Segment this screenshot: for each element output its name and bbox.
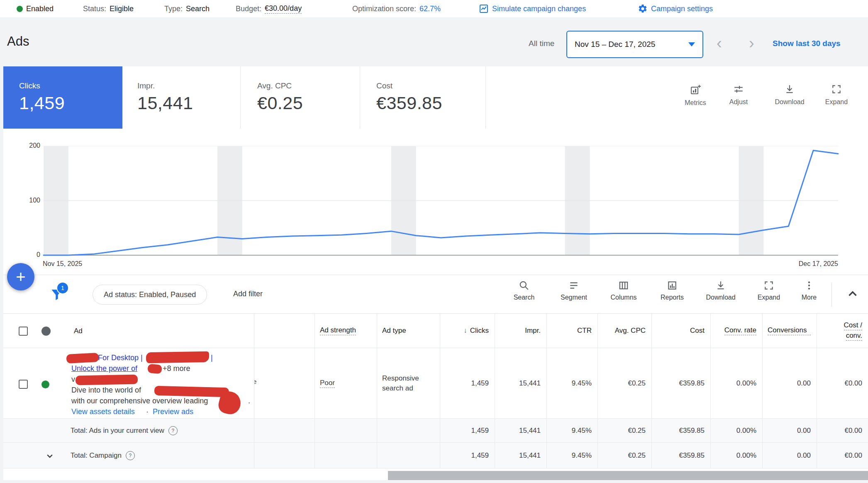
scorecard-value: €359.85: [376, 93, 485, 113]
column-header-conversions[interactable]: Conversions: [762, 314, 817, 348]
columns-icon: [618, 280, 629, 291]
expand-corners-icon: [831, 84, 842, 95]
reports-button[interactable]: Reports: [652, 280, 692, 301]
campaign-status-bar: Enabled Status: Eligible Type: Search Bu…: [0, 0, 868, 17]
previous-period-chevron-icon[interactable]: ‹: [717, 35, 722, 51]
status-label: Status:: [83, 5, 106, 13]
metrics-button[interactable]: Metrics: [676, 84, 714, 107]
add-ad-fab-button[interactable]: +: [7, 263, 34, 290]
impr-cell: 15,441: [495, 348, 546, 418]
total-label-cell: Total: Ads in your current view ?: [3, 419, 254, 442]
total-campaign-row: Total: Campaign ? 1,459 15,441 9.45% €0.…: [3, 443, 868, 468]
campaign-enabled-status[interactable]: Enabled: [17, 0, 54, 17]
scorecard-value: €0.25: [257, 93, 360, 113]
collapse-table-chevron-icon[interactable]: [846, 287, 860, 302]
google-ads-ads-page: Enabled Status: Eligible Type: Search Bu…: [0, 0, 868, 483]
ad-headline-pipe: |: [211, 352, 213, 363]
row-checkbox[interactable]: [19, 380, 28, 389]
search-table-button[interactable]: Search: [504, 280, 544, 301]
conv-rate-cell: 0.00%: [710, 348, 762, 418]
filter-count-badge: 1: [56, 282, 69, 294]
ad-enabled-dot-icon: [41, 381, 49, 388]
optimization-value[interactable]: 62.7%: [419, 5, 441, 13]
y-axis-tick: 0: [22, 251, 40, 259]
select-all-checkbox[interactable]: [19, 327, 28, 336]
column-header-cost-per-conv[interactable]: Cost / conv.: [817, 314, 868, 348]
column-header-cost[interactable]: Cost: [651, 314, 710, 348]
column-header-clicks[interactable]: ↓ Clicks: [440, 314, 495, 348]
dropdown-arrow-icon: [688, 42, 695, 46]
budget-value[interactable]: €30.00/day: [265, 4, 302, 14]
horizontal-scrollbar-thumb[interactable]: [388, 471, 868, 480]
description-period: .: [248, 395, 250, 406]
clipped-column-cell: e: [254, 348, 315, 418]
campaign-budget: Budget: €30.00/day: [236, 0, 302, 17]
ad-headline-link[interactable]: Unlock the power of: [71, 363, 137, 374]
redaction-scribble: [66, 353, 99, 363]
column-header-ad[interactable]: Ad: [74, 327, 83, 335]
table-header-row: Ad Ad strength Ad type ↓ Clicks Impr. CT…: [3, 313, 868, 348]
more-options-button[interactable]: More: [789, 280, 829, 301]
column-header-avg-cpc[interactable]: Avg. CPC: [597, 314, 651, 348]
column-header-ctr[interactable]: CTR: [546, 314, 597, 348]
redaction-scribble: [76, 375, 138, 385]
gear-icon: [638, 4, 648, 14]
plus-icon: +: [16, 268, 25, 286]
columns-button[interactable]: Columns: [604, 280, 644, 301]
help-icon[interactable]: ?: [168, 426, 178, 435]
next-period-chevron-icon[interactable]: ›: [749, 35, 754, 51]
cost-cell: €359.85: [651, 348, 710, 418]
download-table-button[interactable]: Download: [701, 280, 741, 301]
view-assets-details-link[interactable]: View assets details: [71, 406, 135, 417]
tool-label: Segment: [561, 294, 587, 301]
adjust-button[interactable]: Adjust: [719, 84, 758, 106]
metrics-chart-plus-icon: [690, 84, 701, 95]
show-last-30-days-link[interactable]: Show last 30 days: [773, 39, 841, 48]
download-icon: [715, 280, 726, 291]
ad-type-cell: Responsive search ad: [377, 348, 440, 418]
column-header-ad-strength[interactable]: Ad strength: [315, 314, 377, 348]
expand-chart-button[interactable]: Expand: [817, 84, 856, 106]
total-impr: 15,441: [495, 443, 546, 468]
total-current-view-row: Total: Ads in your current view ? 1,459 …: [3, 419, 868, 443]
clicks-time-series-chart: [3, 137, 868, 274]
campaign-settings-button[interactable]: Campaign settings: [638, 0, 713, 17]
type-value: Search: [186, 5, 210, 13]
column-header-conv-rate[interactable]: Conv. rate: [710, 314, 762, 348]
scorecard-clicks[interactable]: Clicks 1,459: [3, 66, 122, 129]
total-avg-cpc: €0.25: [597, 443, 651, 468]
download-icon: [784, 84, 795, 95]
total-clicks: 1,459: [440, 419, 495, 442]
scorecard-label: Cost: [376, 81, 485, 90]
tool-label: Search: [514, 294, 535, 301]
add-filter-button[interactable]: Add filter: [233, 290, 263, 298]
reports-chart-icon: [667, 280, 678, 291]
column-header-ad-type[interactable]: Ad type: [377, 314, 440, 348]
cost-per-conv-cell: €0.00: [817, 348, 868, 418]
help-icon[interactable]: ?: [126, 451, 135, 460]
total-ctr: 9.45%: [546, 419, 597, 442]
expand-row-chevron-icon[interactable]: [44, 450, 56, 464]
sliders-icon: [733, 84, 744, 95]
scorecard-cost[interactable]: Cost €359.85: [360, 66, 486, 129]
download-chart-button[interactable]: Download: [770, 84, 809, 106]
ad-headline-link[interactable]: For Desktop |: [98, 352, 143, 363]
preview-ads-link[interactable]: Preview ads: [153, 406, 193, 417]
page-header-band: Ads All time Nov 15 – Dec 17, 2025 ‹ › S…: [0, 17, 868, 66]
segment-button[interactable]: Segment: [554, 280, 594, 301]
sort-desc-arrow-icon: ↓: [463, 327, 467, 335]
column-header-impr[interactable]: Impr.: [495, 314, 546, 348]
scorecard-avg-cpc[interactable]: Avg. CPC €0.25: [241, 66, 360, 129]
ad-status-filter-chip[interactable]: Ad status: Enabled, Paused: [93, 285, 207, 305]
y-axis-tick: 100: [22, 197, 40, 204]
ad-strength-cell: Poor: [315, 348, 377, 418]
total-impr: 15,441: [495, 419, 546, 442]
expand-table-button[interactable]: Expand: [749, 280, 789, 301]
simulate-campaign-changes-button[interactable]: Simulate campaign changes: [479, 0, 586, 17]
conversions-cell: 0.00: [762, 348, 817, 418]
page-title: Ads: [7, 34, 29, 49]
simulate-label: Simulate campaign changes: [492, 5, 586, 13]
date-range-picker[interactable]: Nov 15 – Dec 17, 2025: [566, 31, 703, 58]
redaction-scribble: [154, 386, 229, 398]
scorecard-impressions[interactable]: Impr. 15,441: [122, 66, 241, 129]
